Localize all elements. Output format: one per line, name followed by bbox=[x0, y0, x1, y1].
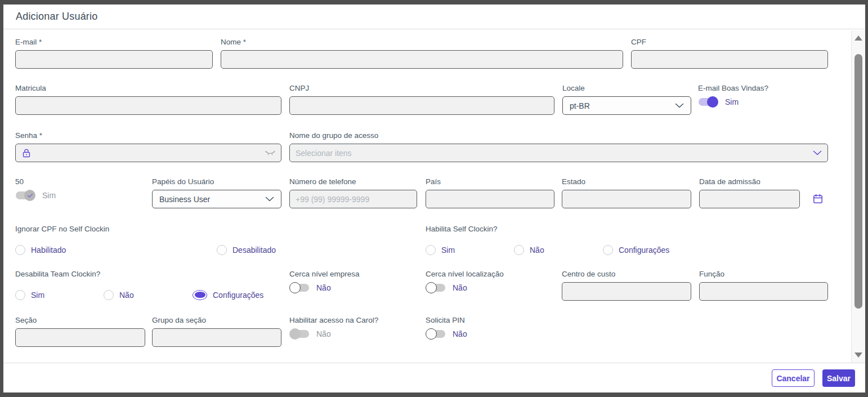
nome-field-group: Nome * bbox=[221, 37, 623, 69]
email-input[interactable] bbox=[15, 50, 213, 69]
telefone-label: Número de telefone bbox=[289, 177, 417, 186]
estado-input[interactable] bbox=[562, 190, 691, 208]
calendar-icon[interactable] bbox=[812, 193, 824, 204]
radio-configuracoes-selected[interactable]: Configurações bbox=[193, 289, 263, 300]
radio-icon bbox=[603, 245, 613, 255]
chevron-down-icon bbox=[265, 197, 274, 202]
radio-sim[interactable]: Sim bbox=[426, 244, 455, 255]
centro-custo-label: Centro de custo bbox=[562, 269, 691, 279]
data-admissao-field-group: Data de admissão bbox=[699, 177, 829, 208]
cancel-button[interactable]: Cancelar bbox=[772, 369, 815, 387]
grupo-acesso-multiselect[interactable]: Selecionar itens bbox=[289, 144, 828, 162]
grupo-acesso-label: Nome do grupo de acesso bbox=[289, 131, 828, 140]
senha-input[interactable] bbox=[15, 144, 281, 162]
cerca-localizacao-toggle[interactable] bbox=[426, 282, 446, 293]
add-user-dialog: Adicionar Usuário E-mail * Nome * CPF Ma… bbox=[3, 5, 865, 392]
radio-label: Habilitado bbox=[31, 246, 66, 255]
boas-vindas-label: E-mail Boas Vindas? bbox=[698, 83, 768, 93]
cerca-empresa-toggle[interactable] bbox=[289, 282, 310, 293]
pin-toggle[interactable] bbox=[426, 328, 446, 340]
senha-field-group: Senha * bbox=[15, 131, 281, 162]
centro-custo-input[interactable] bbox=[562, 282, 691, 301]
check-icon bbox=[27, 193, 33, 198]
radio-label: Não bbox=[119, 291, 134, 300]
pais-field-group: País bbox=[426, 177, 554, 208]
cpf-field-group: CPF bbox=[631, 37, 828, 69]
radio-label: Configurações bbox=[619, 246, 669, 255]
estado-field-group: Estado bbox=[562, 177, 691, 208]
telefone-input[interactable] bbox=[289, 190, 417, 208]
scrollbar-thumb[interactable] bbox=[854, 54, 862, 309]
matricula-label: Matricula bbox=[15, 83, 281, 93]
radio-nao[interactable]: Não bbox=[104, 289, 134, 300]
cpf-label: CPF bbox=[631, 37, 828, 47]
nome-input[interactable] bbox=[221, 50, 623, 69]
cerca-empresa-group: Cerca nível empresa Não bbox=[289, 269, 360, 293]
cpf-input[interactable] bbox=[631, 50, 828, 69]
cerca-localizacao-label: Cerca nível localização bbox=[426, 269, 504, 279]
page-title: Adicionar Usuário bbox=[16, 11, 97, 23]
radio-nao[interactable]: Não bbox=[514, 244, 544, 255]
chevron-down-icon bbox=[675, 103, 684, 108]
radio-label: Configurações bbox=[213, 291, 263, 300]
locale-field-group: Locale pt-BR bbox=[562, 83, 691, 115]
save-button[interactable]: Salvar bbox=[822, 369, 855, 387]
cinquenta-state: Sim bbox=[42, 191, 56, 200]
matricula-field-group: Matricula bbox=[15, 83, 281, 115]
carol-group: Habilitar acesso na Carol? Não bbox=[289, 315, 378, 340]
grupo-secao-input[interactable] bbox=[152, 328, 281, 347]
cnpj-input[interactable] bbox=[289, 96, 554, 115]
scroll-up-arrow-icon[interactable] bbox=[854, 35, 862, 41]
scrollbar bbox=[851, 30, 865, 363]
grupo-secao-field-group: Grupo da seção bbox=[152, 315, 281, 347]
funcao-label: Função bbox=[699, 269, 828, 279]
cerca-empresa-state: Não bbox=[316, 283, 331, 292]
locale-value: pt-BR bbox=[570, 101, 590, 110]
cnpj-field-group: CNPJ bbox=[289, 83, 554, 115]
telefone-field-group: Número de telefone bbox=[289, 177, 417, 208]
cinquenta-toggle[interactable] bbox=[15, 190, 36, 201]
secao-input[interactable] bbox=[15, 328, 145, 347]
ignorar-cpf-group: Ignorar CPF no Self Clockin Habilitado D… bbox=[15, 224, 409, 255]
email-label: E-mail * bbox=[15, 37, 213, 47]
carol-toggle[interactable] bbox=[289, 328, 310, 340]
radio-configuracoes[interactable]: Configurações bbox=[603, 244, 669, 255]
estado-label: Estado bbox=[562, 177, 691, 186]
boas-vindas-toggle[interactable] bbox=[698, 96, 719, 108]
eye-off-icon[interactable] bbox=[265, 150, 275, 157]
radio-icon bbox=[15, 290, 25, 300]
radio-icon bbox=[217, 245, 227, 255]
carol-state: Não bbox=[316, 329, 331, 338]
pais-input[interactable] bbox=[426, 190, 554, 208]
scroll-down-arrow-icon[interactable] bbox=[854, 353, 862, 358]
boas-vindas-state: Sim bbox=[725, 97, 739, 106]
radio-desabilitado[interactable]: Desabilitado bbox=[217, 244, 276, 255]
matricula-input[interactable] bbox=[15, 96, 281, 115]
grupo-acesso-placeholder: Selecionar itens bbox=[296, 149, 352, 158]
data-admissao-label: Data de admissão bbox=[699, 177, 829, 186]
radio-label: Não bbox=[530, 246, 544, 255]
papeis-value: Business User bbox=[159, 195, 210, 204]
dialog-footer: Cancelar Salvar bbox=[3, 363, 865, 392]
funcao-input[interactable] bbox=[699, 282, 828, 301]
nome-label: Nome * bbox=[221, 37, 623, 47]
radio-habilitado[interactable]: Habilitado bbox=[15, 244, 66, 255]
cerca-localizacao-group: Cerca nível localização Não bbox=[426, 269, 504, 293]
pin-state: Não bbox=[453, 329, 467, 338]
papeis-select[interactable]: Business User bbox=[152, 190, 281, 208]
pin-group: Solicita PIN Não bbox=[426, 315, 467, 340]
data-admissao-input[interactable] bbox=[699, 190, 800, 208]
locale-select[interactable]: pt-BR bbox=[562, 96, 691, 115]
cerca-empresa-label: Cerca nível empresa bbox=[289, 269, 360, 279]
ignorar-cpf-label: Ignorar CPF no Self Clockin bbox=[15, 224, 409, 234]
locale-label: Locale bbox=[562, 83, 691, 93]
radio-sim[interactable]: Sim bbox=[15, 289, 44, 300]
funcao-field-group: Função bbox=[699, 269, 828, 301]
radio-icon bbox=[104, 290, 114, 300]
boas-vindas-group: E-mail Boas Vindas? Sim bbox=[698, 83, 768, 108]
cinquenta-label: 50 bbox=[15, 177, 56, 186]
radio-icon bbox=[15, 245, 25, 255]
radio-label: Sim bbox=[31, 291, 44, 300]
cnpj-label: CNPJ bbox=[289, 83, 554, 93]
centro-custo-field-group: Centro de custo bbox=[562, 269, 691, 301]
